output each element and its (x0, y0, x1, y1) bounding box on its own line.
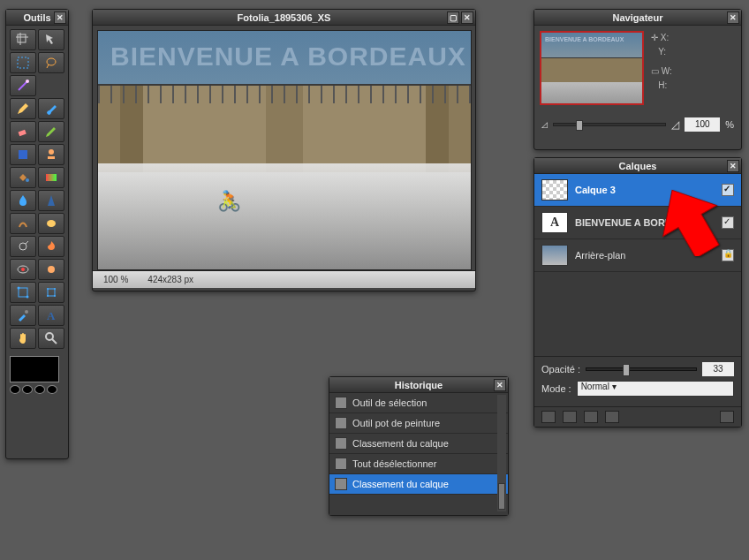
layers-titlebar[interactable]: Calques ✕ (534, 158, 741, 174)
opacity-slider[interactable] (586, 367, 697, 371)
eraser-icon[interactable] (10, 121, 36, 142)
history-item[interactable]: Classement du calque (329, 434, 508, 454)
move-down-icon[interactable] (584, 411, 598, 423)
document-statusbar: 100 % 424x283 px (93, 270, 475, 288)
color-swatches (6, 352, 68, 397)
lasso-icon[interactable] (38, 52, 64, 73)
dodge-icon[interactable] (10, 236, 36, 257)
history-close-icon[interactable]: ✕ (494, 379, 506, 391)
redeye-icon[interactable] (10, 259, 36, 280)
zoom-suffix: % (725, 119, 734, 130)
navigator-thumbnail[interactable]: BIENVENUE A BORDEAUX (540, 31, 644, 105)
annotation-arrow (659, 185, 721, 258)
navigator-titlebar[interactable]: Navigateur ✕ (534, 10, 741, 26)
history-scrollbar[interactable] (497, 395, 506, 511)
warp-icon[interactable] (10, 282, 36, 303)
zoom-out-icon[interactable]: ◿ (541, 120, 548, 129)
edit-icon[interactable] (38, 121, 64, 142)
foreground-color-swatch[interactable] (10, 356, 59, 382)
document-canvas[interactable]: BIENVENUE A BORDEAUX (97, 30, 472, 270)
move-icon[interactable] (38, 29, 64, 50)
stamp-icon[interactable] (38, 144, 64, 165)
swatch-4[interactable] (47, 385, 57, 394)
zoom-icon[interactable] (38, 328, 64, 349)
history-item[interactable]: Outil de sélection (329, 393, 508, 413)
layer-thumbnail (541, 245, 568, 266)
layers-close-icon[interactable]: ✕ (727, 160, 739, 172)
document-close-icon[interactable]: ✕ (461, 11, 473, 24)
canvas-illustration (98, 84, 471, 172)
history-titlebar[interactable]: Historique ✕ (329, 377, 508, 393)
sponge-icon[interactable] (38, 213, 64, 234)
history-item[interactable]: Classement du calque (329, 474, 508, 495)
crop-icon[interactable] (10, 29, 36, 50)
svg-point-25 (46, 333, 53, 340)
new-layer-icon[interactable] (541, 411, 556, 423)
fill-icon[interactable] (10, 144, 36, 165)
swatch-2[interactable] (22, 385, 33, 394)
document-minimize-icon[interactable]: ▢ (447, 11, 459, 24)
history-item[interactable]: Tout désélectionner (329, 454, 508, 474)
layer-footer (534, 406, 741, 427)
svg-point-10 (47, 220, 56, 227)
svg-rect-9 (46, 174, 57, 181)
brush-icon[interactable] (38, 98, 64, 119)
layer-visibility-toggle[interactable] (722, 216, 734, 229)
swatch-3[interactable] (34, 385, 45, 394)
history-step-icon (335, 478, 347, 490)
gradient-icon[interactable] (38, 167, 64, 188)
navigator-zoom-slider[interactable] (553, 123, 666, 126)
layer-settings-icon[interactable] (605, 411, 619, 423)
canvas-cyclist (217, 190, 244, 216)
blob-icon[interactable] (38, 259, 64, 280)
svg-point-6 (49, 149, 54, 155)
history-title: Historique (395, 380, 443, 390)
mesh-icon[interactable] (38, 282, 64, 303)
bucket-icon[interactable] (10, 167, 36, 188)
navigator-close-icon[interactable]: ✕ (727, 11, 739, 24)
svg-point-3 (26, 79, 29, 83)
marquee-icon[interactable] (10, 52, 36, 73)
dimensions-readout: 424x283 px (142, 274, 199, 285)
tools-close-icon[interactable]: ✕ (54, 11, 66, 24)
history-item-label: Outil de sélection (352, 397, 427, 408)
navigator-panel: Navigateur ✕ BIENVENUE A BORDEAUX ✛ X: Y… (533, 9, 742, 150)
opacity-label: Opacité : (541, 364, 580, 375)
navigator-zoom-value[interactable]: 100 (685, 117, 720, 132)
burn-icon[interactable] (38, 236, 64, 257)
pencil-icon[interactable] (10, 98, 36, 119)
hand-icon[interactable] (10, 328, 36, 349)
smudge-icon[interactable] (10, 213, 36, 234)
document-titlebar[interactable]: Fotolia_1895306_XS ▢ ✕ (93, 10, 475, 26)
eyedropper-icon[interactable] (10, 305, 36, 326)
layer-lock-icon[interactable] (722, 249, 734, 261)
swatch-1[interactable] (10, 385, 20, 394)
zoom-readout: 100 % (98, 274, 133, 285)
move-up-icon[interactable] (563, 411, 577, 423)
svg-point-13 (21, 268, 25, 271)
svg-rect-15 (19, 288, 27, 297)
delete-layer-icon[interactable] (720, 411, 734, 423)
tools-titlebar[interactable]: Outils ✕ (6, 10, 68, 26)
tool-grid: A (6, 26, 68, 352)
blur-icon[interactable] (10, 190, 36, 211)
wand-icon[interactable] (10, 75, 36, 96)
sharpen-icon[interactable] (38, 190, 64, 211)
type-icon[interactable]: A (38, 305, 64, 326)
history-item[interactable]: Outil pot de peinture (329, 413, 508, 434)
navigator-coords: ✛ X: Y: ▭ W: H: (651, 31, 672, 109)
zoom-in-icon[interactable]: ◿ (671, 118, 679, 131)
svg-rect-5 (19, 150, 27, 159)
layer-visibility-toggle[interactable] (722, 184, 734, 196)
svg-rect-4 (19, 130, 26, 136)
mode-label: Mode : (541, 383, 571, 394)
svg-rect-7 (48, 156, 55, 159)
opacity-value[interactable]: 33 (702, 362, 734, 376)
svg-point-22 (54, 295, 56, 297)
coord-w-label: W: (662, 66, 672, 76)
history-step-icon (335, 397, 347, 409)
blend-mode-select[interactable]: Normal ▾ (577, 381, 734, 397)
navigator-title: Navigateur (613, 12, 663, 23)
navigator-zoom-slider-row: ◿ ◿ 100 % (534, 114, 741, 135)
svg-rect-1 (18, 57, 28, 68)
